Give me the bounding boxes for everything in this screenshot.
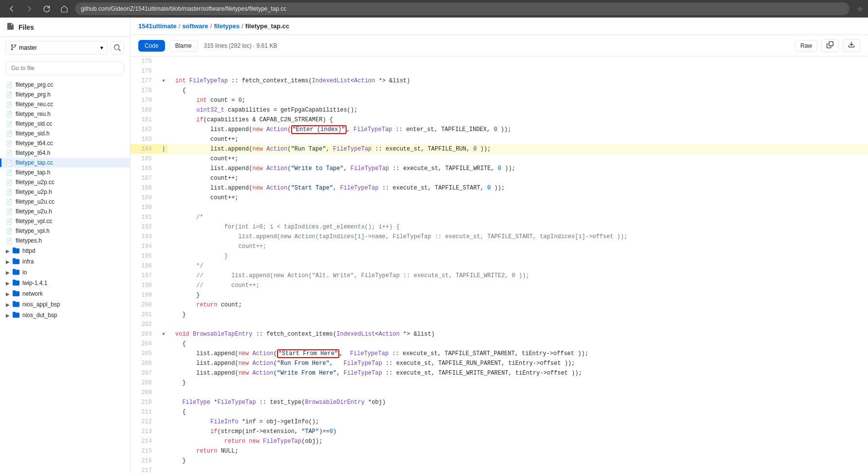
list-item[interactable]: 📄 filetype_prg.h [0, 90, 130, 99]
list-item[interactable]: 📄 filetype_t64.h [0, 148, 130, 158]
download-button[interactable] [843, 39, 860, 52]
file-name: filetype_u2u.cc [16, 198, 55, 205]
line-number[interactable]: 189 [130, 193, 160, 203]
line-number[interactable]: 180 [130, 105, 160, 115]
code-line: 198 // count++; [130, 281, 868, 290]
list-item[interactable]: 📄 filetype_u2p.h [0, 187, 130, 197]
code-line: 178 { [130, 86, 868, 95]
line-number[interactable]: 194 [130, 242, 160, 251]
line-number[interactable]: 215 [130, 446, 160, 456]
folder-icon [13, 268, 19, 276]
forward-button[interactable] [22, 2, 36, 16]
list-item-active[interactable]: 📄 filetype_tap.cc [0, 158, 130, 168]
line-number[interactable]: 202 [130, 320, 160, 329]
list-item[interactable]: 📄 filetype_u2u.h [0, 207, 130, 216]
line-number[interactable]: 212 [130, 417, 160, 427]
file-name: filetype_reu.cc [16, 101, 53, 108]
line-number[interactable]: 216 [130, 456, 160, 466]
list-item[interactable]: 📄 filetype_vpl.h [0, 226, 130, 236]
line-number[interactable]: 210 [130, 397, 160, 407]
line-number[interactable]: 205 [130, 349, 160, 359]
line-number[interactable]: 191 [130, 212, 160, 222]
branch-name: master [19, 44, 37, 51]
code-line: 207 list.append(new Action("Write From H… [130, 368, 868, 378]
folder-item-io[interactable]: ▶ io [0, 267, 130, 278]
line-number[interactable]: 208 [130, 378, 160, 388]
line-number[interactable]: 195 [130, 251, 160, 261]
line-number[interactable]: 197 [130, 271, 160, 281]
code-view[interactable]: 175 176 177 ▾ int FileTypeTap :: fetch_c… [130, 57, 868, 473]
folder-item-httpd[interactable]: ▶ httpd [0, 246, 130, 256]
code-line: 213 if(strcmp(inf->extension, "TAP")==0) [130, 427, 868, 436]
line-number[interactable]: 196 [130, 261, 160, 271]
line-number[interactable]: 187 [130, 173, 160, 183]
list-item[interactable]: 📄 filetype_vpl.cc [0, 216, 130, 226]
line-number[interactable]: 214 [130, 436, 160, 446]
line-number[interactable]: 188 [130, 183, 160, 193]
line-number[interactable]: 201 [130, 310, 160, 320]
folder-item-infra[interactable]: ▶ infra [0, 256, 130, 267]
tab-code-button[interactable]: Code [138, 40, 165, 52]
line-number[interactable]: 190 [130, 203, 160, 212]
folder-item-nios-dut[interactable]: ▶ nios_dut_bsp [0, 310, 130, 321]
line-number[interactable]: 206 [130, 359, 160, 368]
line-number[interactable]: 186 [130, 164, 160, 173]
line-number[interactable]: 209 [130, 388, 160, 397]
line-number[interactable]: 203 [130, 329, 160, 339]
list-item[interactable]: 📄 filetype_t64.cc [0, 138, 130, 148]
back-button[interactable] [5, 2, 18, 16]
line-number[interactable]: 198 [130, 281, 160, 290]
list-item[interactable]: 📄 filetype_u2u.cc [0, 197, 130, 207]
line-number[interactable]: 211 [130, 407, 160, 417]
breadcrumb-path1[interactable]: software [182, 22, 208, 30]
search-button[interactable] [111, 41, 124, 55]
sidebar-header: Files [0, 18, 130, 37]
folder-item-network[interactable]: ▶ network [0, 288, 130, 299]
line-number[interactable]: 182 [130, 125, 160, 134]
breadcrumb-repo[interactable]: 1541ultimate [138, 22, 177, 30]
list-item[interactable]: 📄 filetype_reu.h [0, 109, 130, 119]
copy-button[interactable] [821, 39, 839, 52]
line-number[interactable]: 213 [130, 427, 160, 436]
line-number[interactable]: 175 [130, 57, 160, 66]
line-number[interactable]: 181 [130, 115, 160, 125]
branch-dropdown[interactable]: master ▾ [6, 41, 108, 55]
line-number[interactable]: 185 [130, 154, 160, 164]
line-number[interactable]: 207 [130, 368, 160, 378]
reload-button[interactable] [40, 2, 54, 16]
code-line: 208 } [130, 378, 868, 388]
line-number[interactable]: 192 [130, 222, 160, 232]
list-item[interactable]: 📄 filetype_reu.cc [0, 99, 130, 109]
line-number[interactable]: 179 [130, 95, 160, 105]
line-number[interactable]: 204 [130, 339, 160, 349]
code-line: 204 { [130, 339, 868, 349]
line-number[interactable]: 183 [130, 134, 160, 144]
list-item[interactable]: 📄 filetype_sid.h [0, 129, 130, 138]
line-number[interactable]: 200 [130, 300, 160, 310]
address-bar[interactable]: github.com/GideonZ/1541ultimate/blob/mas… [75, 2, 850, 15]
tab-blame-button[interactable]: Blame [169, 40, 198, 52]
raw-button[interactable]: Raw [795, 40, 817, 52]
line-number[interactable]: 193 [130, 232, 160, 242]
list-item[interactable]: 📄 filetype_tap.h [0, 168, 130, 177]
line-number[interactable]: 178 [130, 86, 160, 95]
code-line: 210 FileType *FileTypeTap :: test_type(B… [130, 397, 868, 407]
code-line: 184 | list.append(new Action("Run Tape",… [130, 144, 868, 154]
folder-name: lwip-1.4.1 [22, 280, 47, 286]
line-number[interactable]: 184 [130, 144, 160, 154]
list-item[interactable]: 📄 filetype_prg.cc [0, 80, 130, 90]
bookmark-icon[interactable]: ☆ [857, 5, 863, 13]
folder-item-nios-appl[interactable]: ▶ nios_appl_bsp [0, 299, 130, 310]
list-item[interactable]: 📄 filetypes.h [0, 236, 130, 246]
line-number[interactable]: 217 [130, 466, 160, 473]
file-search-input[interactable] [6, 61, 124, 75]
line-number[interactable]: 199 [130, 290, 160, 300]
home-button[interactable] [57, 2, 71, 16]
line-number[interactable]: 177 [130, 76, 160, 86]
line-number[interactable]: 176 [130, 66, 160, 76]
code-line: 216 } [130, 456, 868, 466]
breadcrumb-path2[interactable]: filetypes [214, 22, 240, 30]
folder-item-lwip[interactable]: ▶ lwip-1.4.1 [0, 278, 130, 288]
list-item[interactable]: 📄 filetype_sid.cc [0, 119, 130, 129]
list-item[interactable]: 📄 filetype_u2p.cc [0, 177, 130, 187]
